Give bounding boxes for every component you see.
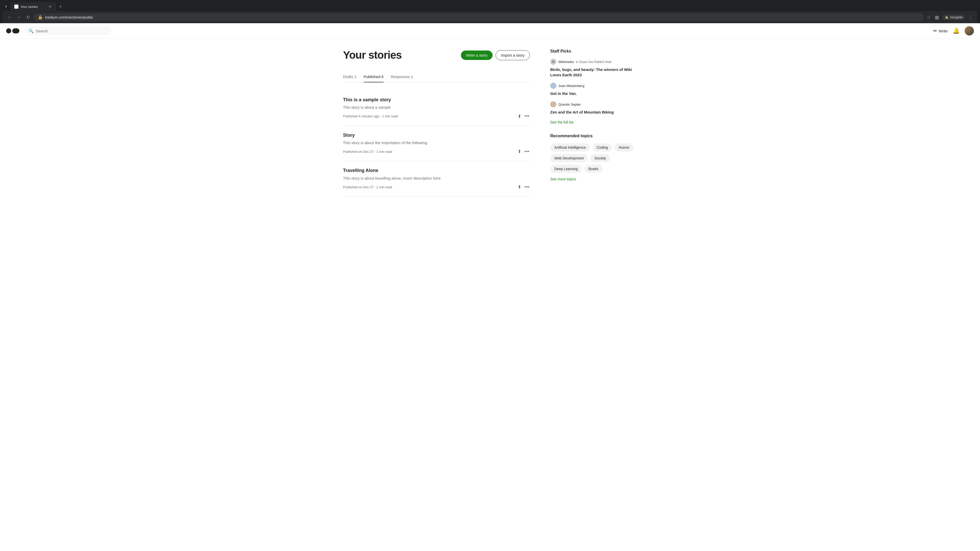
search-icon: 🔍 (29, 29, 34, 33)
tab-title: Your stories (21, 5, 46, 9)
avatar-image (965, 26, 974, 35)
refresh-button[interactable]: ↻ (24, 14, 32, 21)
staff-pick-title[interactable]: Birds, bugs, and beauty: The winners of … (550, 67, 637, 78)
tab-responses[interactable]: Responses 1 (391, 71, 413, 83)
stories-list: This is a sample story This story is abo… (343, 91, 530, 197)
tab-nav-arrow[interactable]: ▼ (3, 4, 9, 10)
author-name[interactable]: Wikimedia (558, 60, 574, 64)
write-label: Write (939, 29, 948, 33)
header-right: ✏ Write 🔔 (933, 26, 974, 35)
story-title[interactable]: This is a sample story (343, 97, 530, 103)
staff-picks-title: Staff Picks (550, 49, 637, 54)
toolbar-actions: ☆ ▦ 🕵 Incognito ⋮ (926, 14, 974, 21)
topics-grid: Artificial Intelligence Coding Humor Web… (550, 143, 637, 173)
recommended-topics-section: Recommended topics Artificial Intelligen… (550, 134, 637, 181)
forward-button[interactable]: → (15, 14, 22, 21)
topic-chip[interactable]: Coding (593, 143, 612, 151)
staff-pick-title[interactable]: Get in the Van. (550, 91, 637, 96)
topic-chip[interactable]: Society (590, 154, 610, 162)
story-meta: Published on Dec 27 · 1 min read ⬆ ••• (343, 148, 530, 155)
tab-published[interactable]: Published 6 (364, 71, 383, 83)
topic-chip[interactable]: Deep Learning (550, 165, 582, 173)
story-meta-text: Published on Dec 27 · 1 min read (343, 150, 392, 154)
logo-circle-large (12, 28, 19, 33)
sidebar-icon[interactable]: ▦ (934, 14, 940, 21)
topic-chip[interactable]: Books (584, 165, 603, 173)
share-button[interactable]: ⬆ (517, 148, 522, 155)
notifications-button[interactable]: 🔔 (953, 27, 959, 34)
incognito-badge: 🕵 Incognito (942, 14, 965, 20)
story-item: Story This story is about the importatio… (343, 126, 530, 162)
site-header: 🔍 Search ✏ Write 🔔 (0, 23, 980, 39)
sidebar: Staff Picks W Wikimedia in Down the Rabb… (550, 49, 637, 197)
tab-drafts[interactable]: Drafts 1 (343, 71, 356, 83)
search-bar[interactable]: 🔍 Search (24, 27, 111, 35)
page-header: Your stories Write a story Import a stor… (343, 49, 530, 61)
page: 🔍 Search ✏ Write 🔔 Your stories Write a … (0, 23, 980, 551)
topic-chip[interactable]: Web Development (550, 154, 588, 162)
active-tab[interactable]: Your stories ✕ (10, 2, 56, 11)
write-button[interactable]: ✏ Write (933, 28, 948, 34)
write-story-button[interactable]: Write a story (461, 51, 493, 60)
story-item: This is a sample story This story is abo… (343, 91, 530, 126)
tab-favicon (14, 5, 18, 9)
search-placeholder-text: Search (36, 29, 48, 33)
share-button[interactable]: ⬆ (517, 184, 522, 190)
tabs: Drafts 1 Published 6 Responses 1 (343, 71, 530, 83)
write-icon: ✏ (933, 28, 937, 34)
story-excerpt: This story is about travelling alone, in… (343, 176, 530, 181)
author-name[interactable]: Quentin Septer (558, 103, 581, 106)
menu-icon[interactable]: ⋮ (967, 14, 974, 21)
story-excerpt: This story is about a sample (343, 105, 530, 110)
more-options-button[interactable]: ••• (524, 184, 530, 190)
medium-logo[interactable] (6, 27, 21, 35)
staff-pick-item: Quentin Septer Zen and the Art of Mounta… (550, 101, 637, 115)
new-tab-button[interactable]: + (57, 3, 64, 11)
url-text: medium.com/me/stories/public (45, 15, 920, 19)
topic-chip[interactable]: Humor (614, 143, 633, 151)
content-area: Your stories Write a story Import a stor… (343, 49, 530, 197)
more-options-button[interactable]: ••• (524, 148, 530, 155)
browser-tabs: ▼ Your stories ✕ + (3, 2, 977, 11)
lock-icon: 🔒 (38, 15, 43, 20)
publication-name: in Down the Rabbit Hole (576, 60, 611, 64)
author-name[interactable]: Joan Westenberg (558, 84, 584, 88)
author-avatar: W (550, 59, 556, 65)
bookmark-icon[interactable]: ☆ (926, 14, 932, 21)
avatar[interactable] (965, 26, 974, 35)
story-title[interactable]: Story (343, 132, 530, 138)
staff-pick-item: W Wikimedia in Down the Rabbit Hole Bird… (550, 59, 637, 78)
recommended-topics-title: Recommended topics (550, 134, 637, 138)
incognito-icon: 🕵 (945, 16, 948, 19)
more-options-button[interactable]: ••• (524, 113, 530, 119)
logo-circle-small (6, 28, 11, 33)
see-more-topics-link[interactable]: See more topics (550, 177, 637, 181)
incognito-label: Incognito (950, 16, 963, 19)
story-actions: ⬆ ••• (517, 148, 530, 155)
address-bar[interactable]: 🔒 medium.com/me/stories/public (34, 13, 924, 21)
story-excerpt: This story is about the importation of t… (343, 140, 530, 146)
staff-pick-title[interactable]: Zen and the Art of Mountain Biking (550, 110, 637, 115)
story-title[interactable]: Travelling Alone (343, 167, 530, 174)
story-meta: Published 4 minutes ago · 1 min read ⬆ •… (343, 113, 530, 120)
tab-close-button[interactable]: ✕ (48, 4, 52, 9)
story-actions: ⬆ ••• (517, 113, 530, 120)
staff-pick-item: Joan Westenberg Get in the Van. (550, 83, 637, 96)
story-meta-text: Published 4 minutes ago · 1 min read (343, 114, 398, 118)
author-avatar (550, 83, 556, 89)
story-item: Travelling Alone This story is about tra… (343, 161, 530, 197)
page-title: Your stories (343, 49, 402, 61)
logo-circles (6, 28, 19, 33)
back-button[interactable]: ← (6, 14, 13, 21)
story-actions: ⬆ ••• (517, 184, 530, 190)
story-meta: Published on Dec 27 · 1 min read ⬆ ••• (343, 184, 530, 190)
main-layout: Your stories Write a story Import a stor… (337, 39, 643, 207)
topic-chip[interactable]: Artificial Intelligence (550, 143, 590, 151)
see-full-list-link[interactable]: See the full list (550, 120, 573, 124)
share-button[interactable]: ⬆ (517, 113, 522, 120)
page-actions: Write a story Import a story (461, 50, 530, 60)
staff-pick-author: W Wikimedia in Down the Rabbit Hole (550, 59, 637, 65)
story-meta-text: Published on Dec 27 · 1 min read (343, 185, 392, 189)
import-story-button[interactable]: Import a story (496, 50, 530, 60)
staff-picks-section: Staff Picks W Wikimedia in Down the Rabb… (550, 49, 637, 124)
